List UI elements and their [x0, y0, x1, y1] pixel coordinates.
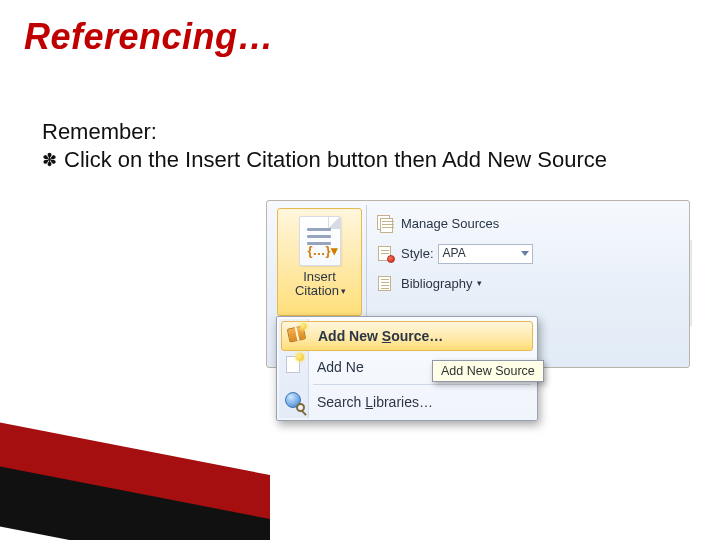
menu-item-add-new-source[interactable]: Add New Source… — [281, 321, 533, 351]
insert-citation-button[interactable]: {…}▾ Insert Citation▾ — [277, 208, 362, 316]
style-selected-value: APA — [443, 246, 466, 260]
slide-title: Referencing… — [24, 16, 274, 58]
menu-item-label: Search Libraries… — [317, 394, 433, 410]
remember-label: Remember: — [42, 118, 682, 146]
citation-style-row: Style: APA — [375, 241, 681, 266]
bibliography-button[interactable]: Bibliography ▾ — [375, 271, 681, 296]
manage-sources-icon — [375, 215, 395, 233]
book-sparkle-icon — [287, 325, 307, 342]
chevron-down-icon: ▾ — [341, 286, 346, 296]
insert-citation-label: Insert Citation▾ — [278, 270, 361, 299]
style-icon — [375, 245, 395, 263]
document-sparkle-icon — [286, 356, 300, 373]
tooltip: Add New Source — [432, 360, 544, 382]
chevron-down-icon: ▾ — [477, 278, 482, 288]
bullet-item: ✽ Click on the Insert Citation button th… — [42, 146, 682, 174]
insert-citation-icon: {…}▾ — [299, 216, 341, 266]
bullet-icon: ✽ — [42, 149, 64, 177]
manage-sources-label: Manage Sources — [401, 216, 499, 231]
bibliography-label: Bibliography — [401, 276, 473, 291]
bibliography-icon — [375, 275, 395, 293]
menu-item-label: Add New Source… — [318, 328, 443, 344]
bullet-text: Click on the Insert Citation button then… — [64, 146, 682, 174]
decorative-wedge — [0, 390, 290, 540]
citation-style-select[interactable]: APA — [438, 244, 533, 264]
menu-separator — [313, 384, 531, 385]
menu-item-label: Add Ne — [317, 359, 364, 375]
style-label: Style: — [401, 246, 434, 261]
globe-search-icon — [285, 392, 301, 408]
menu-item-search-libraries[interactable]: Search Libraries… — [279, 387, 535, 417]
slide-body: Remember: ✽ Click on the Insert Citation… — [42, 118, 682, 173]
manage-sources-button[interactable]: Manage Sources — [375, 211, 681, 236]
